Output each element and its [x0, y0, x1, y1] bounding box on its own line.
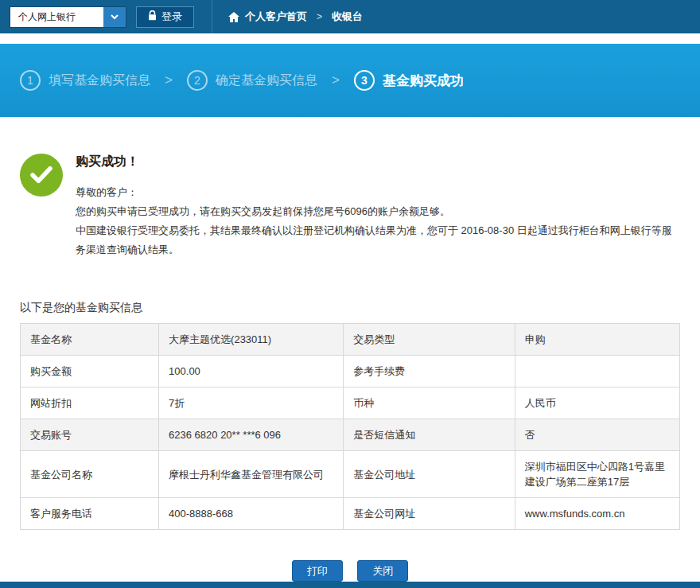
page: 个人网上银行 登录 个人客户首页 > 收银台 1 填写基金购买 [0, 0, 700, 588]
table-row: 网站折扣 7折 币种 人民币 [21, 387, 680, 419]
footer-bar [0, 582, 700, 588]
field-label: 基金公司网址 [344, 498, 515, 530]
field-value: 否 [515, 419, 679, 451]
step-separator: > [332, 72, 340, 88]
field-label: 网站折扣 [21, 387, 159, 419]
field-value: 申购 [515, 324, 679, 356]
step-separator: > [165, 72, 173, 88]
step-1-number: 1 [27, 74, 33, 87]
breadcrumb-home-link[interactable]: 个人客户首页 [245, 10, 307, 24]
purchase-info-table: 基金名称 大摩主题优选(233011) 交易类型 申购 购买金额 100.00 … [20, 323, 680, 530]
close-button[interactable]: 关闭 [357, 560, 408, 582]
step-1-label: 填写基金购买信息 [49, 72, 150, 89]
table-row: 客户服务电话 400-8888-668 基金公司网址 www.msfunds.c… [21, 498, 680, 530]
step-2-confirm-info: 2 确定基金购买信息 [187, 70, 317, 91]
field-value: 大摩主题优选(233011) [159, 324, 344, 356]
field-label: 基金公司地址 [344, 451, 515, 498]
purchase-info-section: 以下是您的基金购买信息 基金名称 大摩主题优选(233011) 交易类型 申购 … [20, 301, 680, 530]
bank-channel-selector-value: 个人网上银行 [10, 6, 103, 28]
step-2-label: 确定基金购买信息 [216, 72, 317, 89]
field-label: 客户服务电话 [21, 498, 159, 530]
table-row: 交易账号 6236 6820 20** ***6 096 是否短信通知 否 [21, 419, 680, 451]
step-1-fill-info: 1 填写基金购买信息 [20, 70, 150, 91]
field-label: 基金公司名称 [21, 451, 159, 498]
success-message-block: 购买成功！ 尊敬的客户： 您的购买申请已受理成功，请在购买交易发起前保持您尾号6… [20, 154, 680, 259]
home-icon[interactable] [228, 12, 239, 22]
chevron-down-icon[interactable] [103, 6, 126, 28]
field-value: 深圳市福田区中心四路1号嘉里建设广场第二座第17层 [515, 451, 679, 498]
field-value: 6236 6820 20** ***6 096 [159, 419, 344, 451]
main-content: 购买成功！ 尊敬的客户： 您的购买申请已受理成功，请在购买交易发起前保持您尾号6… [0, 117, 700, 582]
success-line2: 中国建设银行受理交易委托，其结果最终确认以注册登记机构确认结果为准，您可于 20… [76, 221, 680, 259]
field-value [515, 356, 679, 387]
field-label: 交易账号 [21, 419, 159, 451]
print-button[interactable]: 打印 [292, 560, 343, 582]
bank-channel-selector[interactable]: 个人网上银行 [10, 6, 126, 28]
table-row: 基金名称 大摩主题优选(233011) 交易类型 申购 [21, 324, 680, 356]
success-title: 购买成功！ [76, 154, 680, 170]
table-row: 购买金额 100.00 参考手续费 [21, 356, 680, 387]
login-button[interactable]: 登录 [136, 6, 194, 28]
step-3-label: 基金购买成功 [383, 72, 464, 90]
field-label: 购买金额 [21, 356, 159, 387]
success-text: 购买成功！ 尊敬的客户： 您的购买申请已受理成功，请在购买交易发起前保持您尾号6… [76, 154, 680, 259]
login-label: 登录 [161, 10, 182, 24]
field-value: 400-8888-668 [159, 498, 344, 530]
step-2-circle: 2 [187, 70, 208, 91]
field-value: 人民币 [515, 387, 679, 419]
table-row: 基金公司名称 摩根士丹利华鑫基金管理有限公司 基金公司地址 深圳市福田区中心四路… [21, 451, 680, 498]
field-label: 交易类型 [344, 324, 515, 356]
field-value: 7折 [159, 387, 344, 419]
field-label: 币种 [344, 387, 515, 419]
step-3-circle: 3 [354, 70, 375, 91]
field-value: 摩根士丹利华鑫基金管理有限公司 [159, 451, 344, 498]
success-greeting: 尊敬的客户： [76, 183, 680, 202]
breadcrumb: 个人客户首页 > 收银台 [228, 10, 363, 24]
steps-banner: 1 填写基金购买信息 > 2 确定基金购买信息 > 3 基金购买成功 [0, 44, 700, 117]
action-buttons: 打印 关闭 [20, 560, 680, 582]
field-label: 基金名称 [21, 324, 159, 356]
step-3-number: 3 [361, 74, 368, 87]
field-label: 是否短信通知 [344, 419, 515, 451]
top-header: 个人网上银行 登录 个人客户首页 > 收银台 [0, 0, 700, 33]
step-3-purchase-success: 3 基金购买成功 [354, 70, 464, 91]
field-label: 参考手续费 [344, 356, 515, 387]
step-1-circle: 1 [20, 70, 41, 91]
success-line1: 您的购买申请已受理成功，请在购买交易发起前保持您尾号6096的账户余额足够。 [76, 202, 680, 221]
breadcrumb-separator: > [317, 11, 322, 22]
success-check-icon [20, 154, 63, 197]
step-2-number: 2 [194, 74, 200, 87]
breadcrumb-current: 收银台 [332, 10, 363, 24]
purchase-info-title: 以下是您的基金购买信息 [20, 301, 680, 315]
header-divider [212, 0, 212, 33]
lock-icon [148, 10, 157, 23]
field-value: 100.00 [159, 356, 344, 387]
field-value: www.msfunds.com.cn [515, 498, 679, 530]
